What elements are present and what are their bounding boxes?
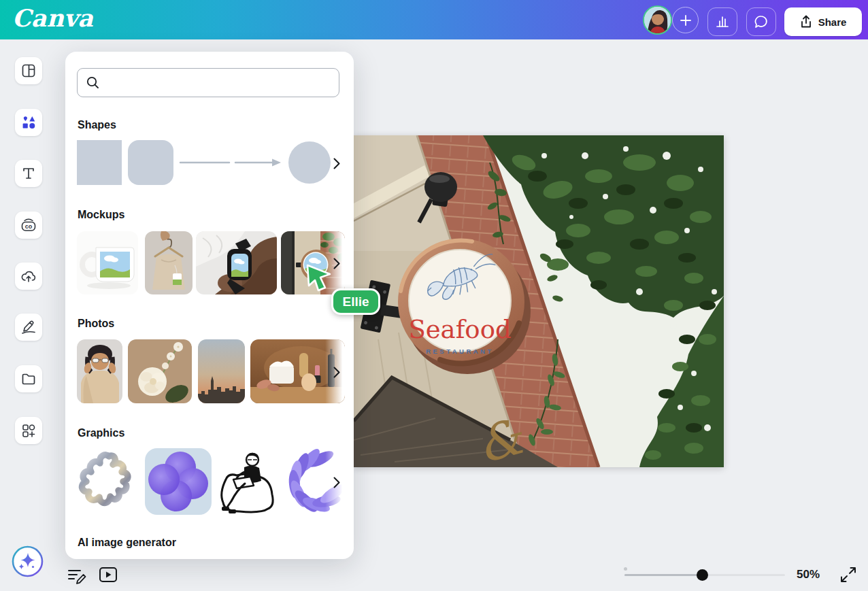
city-skyline-photo[interactable]	[198, 339, 245, 403]
section-title-mockups: Mockups	[78, 209, 124, 221]
collaborator-name-badge: Ellie	[331, 288, 380, 315]
mockups-row	[77, 231, 345, 294]
rounded-square-shape[interactable]	[128, 140, 173, 185]
top-bar: Canva Share	[0, 0, 868, 39]
present-button[interactable]	[99, 566, 118, 584]
purple-swirl-graphic[interactable]	[145, 448, 212, 515]
uploads-cloud-icon	[20, 267, 37, 285]
arrow-shape[interactable]	[234, 158, 283, 167]
svg-text:co: co	[25, 223, 33, 230]
section-title-shapes: Shapes	[78, 119, 116, 131]
line-shape[interactable]	[179, 158, 231, 167]
circle-shape[interactable]	[288, 141, 331, 184]
add-member-button[interactable]	[672, 7, 699, 33]
chevron-right-icon	[335, 477, 339, 487]
sign-subtitle-text: RESTAURANT	[426, 348, 494, 355]
canvas-design-image[interactable]: & Seafood RESTAURANT	[354, 135, 724, 467]
mug-mockup[interactable]	[77, 231, 138, 294]
square-shape[interactable]	[77, 140, 122, 185]
sign-title-text: Seafood	[408, 315, 511, 344]
sidebar-item-elements[interactable]	[15, 109, 42, 136]
graphics-row	[77, 448, 345, 515]
sidebar-item-apps[interactable]	[15, 417, 42, 444]
notes-icon	[67, 566, 87, 585]
seafood-sign-photo: & Seafood RESTAURANT	[354, 135, 724, 467]
person-laptop-graphic[interactable]	[216, 448, 278, 515]
plus-icon	[680, 14, 692, 27]
zoom-reset-tick[interactable]	[624, 567, 627, 571]
zoom-level[interactable]: 50%	[797, 568, 820, 581]
comments-button[interactable]	[746, 7, 776, 36]
design-icon	[20, 63, 37, 79]
section-title-ai-generator[interactable]: AI image generator	[78, 537, 176, 549]
text-icon	[20, 165, 37, 182]
section-title-graphics: Graphics	[78, 427, 124, 439]
present-play-icon	[99, 566, 118, 584]
chevron-right-icon	[335, 258, 339, 268]
canva-logo[interactable]: Canva	[12, 4, 93, 32]
share-upload-icon	[800, 15, 812, 29]
apps-icon	[20, 422, 37, 439]
search-input[interactable]	[105, 69, 339, 97]
magic-sparkle-icon	[12, 545, 44, 577]
photos-row	[77, 339, 345, 403]
white-flowers-photo[interactable]	[128, 339, 192, 403]
share-button[interactable]: Share	[784, 7, 862, 36]
avatar-image	[644, 7, 671, 33]
projects-folder-icon	[20, 371, 37, 387]
chevron-right-icon	[335, 158, 339, 168]
sidebar-item-uploads[interactable]	[15, 263, 42, 290]
chevron-right-icon	[335, 367, 339, 377]
elements-panel: Shapes Mockups	[65, 52, 354, 559]
comments-bubble-icon	[753, 14, 769, 30]
search-icon	[86, 75, 100, 90]
photos-more-button[interactable]	[331, 366, 343, 378]
tshirt-hanger-mockup[interactable]	[145, 231, 193, 294]
shapes-row	[77, 140, 342, 186]
zoom-slider-filled	[624, 574, 702, 576]
collaborator-name: Ellie	[342, 294, 369, 309]
zoom-slider-thumb[interactable]	[697, 569, 708, 581]
draw-pen-icon	[20, 318, 37, 336]
insights-chart-icon	[715, 14, 730, 29]
notes-button[interactable]	[67, 566, 87, 585]
graphics-more-button[interactable]	[331, 476, 343, 488]
elements-icon	[20, 114, 37, 131]
sidebar-item-brand[interactable]: co	[15, 212, 42, 239]
sidebar-item-text[interactable]	[15, 160, 42, 187]
fullscreen-button[interactable]	[839, 566, 857, 584]
brand-icon: co	[20, 216, 37, 234]
collaborator-cursor-icon	[306, 264, 333, 292]
sidebar-item-draw[interactable]	[15, 314, 42, 341]
expand-icon	[839, 566, 857, 584]
chrome-star-graphic[interactable]	[77, 448, 141, 515]
insights-button[interactable]	[707, 7, 737, 36]
woman-sunglasses-photo[interactable]	[77, 339, 122, 403]
ai-assistant-button[interactable]	[12, 545, 44, 577]
avatar[interactable]	[643, 5, 672, 35]
smartwatch-mockup[interactable]	[196, 231, 277, 294]
sidebar-item-design[interactable]	[15, 57, 42, 84]
share-label: Share	[818, 16, 847, 28]
search-box[interactable]	[77, 68, 339, 97]
sidebar-item-projects[interactable]	[15, 365, 42, 392]
shapes-more-button[interactable]	[331, 157, 343, 169]
section-title-photos: Photos	[78, 318, 114, 330]
